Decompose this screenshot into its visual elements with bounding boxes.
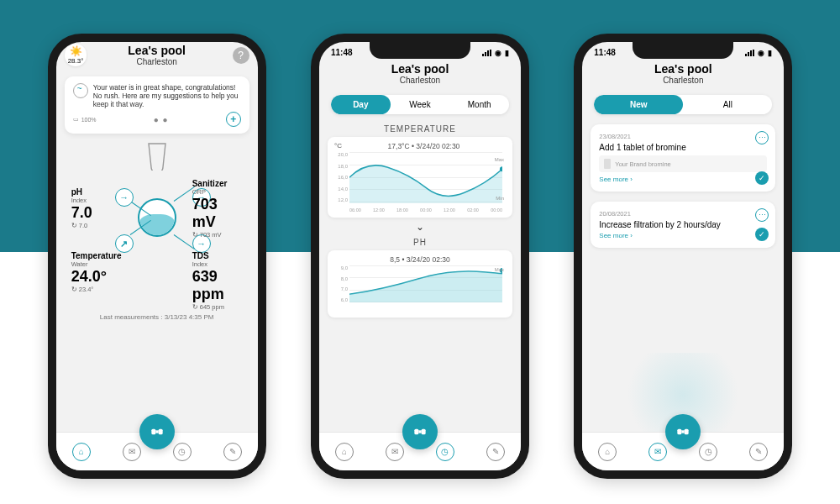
ph-value: 7.0: [71, 204, 92, 222]
task-title: Add 1 tablet of bromine: [599, 143, 767, 152]
svg-rect-7: [418, 430, 421, 433]
nav-gauge-icon[interactable]: ◷: [173, 443, 192, 461]
bottom-nav: ⌂ ✉ ◷ ✎: [56, 432, 258, 470]
add-button[interactable]: +: [226, 112, 241, 127]
nav-home-icon[interactable]: ⌂: [598, 443, 617, 461]
weather-chip[interactable]: ☀️ 28.3°: [65, 44, 87, 66]
status-time: 11:48: [594, 48, 616, 57]
temperature-section-title: TEMPERATURE: [319, 124, 521, 134]
segment-new[interactable]: New: [594, 95, 683, 114]
temperature-label: Temperature: [71, 251, 122, 260]
battery-status-icon: ▮: [768, 49, 772, 57]
ph-node-icon[interactable]: →: [115, 188, 134, 207]
svg-rect-1: [158, 429, 162, 435]
notch: [633, 42, 733, 59]
pool-name: Lea's pool: [391, 62, 449, 76]
task-card[interactable]: ⋯ 20/08/2021 Increase filtration by 2 ho…: [591, 202, 775, 248]
pool-name: Lea's pool: [654, 62, 712, 76]
svg-rect-9: [685, 429, 689, 435]
nav-home-icon[interactable]: ⌂: [335, 443, 354, 461]
battery-status-icon: ▮: [505, 49, 509, 57]
svg-rect-6: [422, 429, 426, 435]
ph-section-title: PH: [319, 238, 521, 247]
fab-device-button[interactable]: [139, 414, 175, 449]
metrics-radial: → → ↗ → pH Index 7.0 ↻ 7.0 Sanitizer ORP…: [65, 142, 249, 310]
task-date: 23/08/2021: [599, 133, 767, 140]
nav-chat-icon[interactable]: ✉: [123, 443, 141, 461]
ph-chart: 9,08,07,06,0 Max: [334, 265, 506, 312]
filter-segment: New All: [594, 95, 772, 114]
svg-rect-10: [682, 430, 685, 433]
tds-label: TDS: [192, 251, 249, 260]
city: Charleston: [654, 76, 712, 85]
water-level-icon: [138, 198, 176, 237]
wifi-icon: ◉: [758, 49, 764, 57]
segment-month[interactable]: Month: [449, 95, 509, 114]
see-more-link[interactable]: See more ›: [599, 176, 767, 183]
carousel-dots[interactable]: ● ●: [154, 115, 169, 124]
phone-dashboard: ☀️ 28.3° Lea's pool Charleston ? Your wa…: [48, 34, 266, 479]
city: Charleston: [128, 57, 186, 66]
pool-name: Lea's pool: [128, 44, 186, 57]
battery-indicator: ▭ 100%: [73, 116, 97, 123]
nav-chemistry-icon[interactable]: ✎: [223, 443, 242, 461]
fab-device-button[interactable]: [402, 414, 438, 449]
nav-chat-icon[interactable]: ✉: [386, 443, 404, 461]
nav-home-icon[interactable]: ⌂: [72, 443, 91, 461]
bottom-nav: ⌂ ✉ ◷ ✎: [582, 432, 784, 470]
svg-rect-2: [155, 430, 158, 433]
signal-icon: [745, 50, 754, 56]
nav-chemistry-icon[interactable]: ✎: [486, 443, 505, 461]
tip-card: Your water is in great shape, congratula…: [65, 76, 249, 134]
time-range-segment: Day Week Month: [331, 95, 509, 114]
temperature-value: 24.0°: [71, 268, 122, 286]
last-measurement: Last measurements : 3/13/23 4:35 PM: [56, 313, 258, 321]
fab-device-button[interactable]: [665, 414, 701, 449]
nav-chemistry-icon[interactable]: ✎: [749, 443, 768, 461]
nav-gauge-icon[interactable]: ◷: [436, 443, 454, 461]
bottle-icon: [604, 159, 611, 169]
header: ☀️ 28.3° Lea's pool Charleston ?: [56, 42, 258, 71]
signal-icon: [482, 50, 491, 56]
see-more-link[interactable]: See more ›: [599, 232, 767, 239]
nav-chat-icon[interactable]: ✉: [648, 443, 667, 461]
task-product: Your Brand bromine: [599, 155, 767, 172]
svg-rect-8: [678, 429, 682, 435]
sanitizer-label: Sanitizer: [192, 179, 243, 188]
svg-rect-5: [414, 429, 418, 435]
sun-icon: ☀️: [70, 45, 82, 57]
ph-label: pH: [71, 187, 92, 197]
tds-value: 639 ppm: [192, 268, 249, 303]
bottom-nav: ⌂ ✉ ◷ ✎: [319, 432, 521, 470]
temperature-chart-card[interactable]: °C 17,3°C • 3/24/20 02:30 20,018,016,014…: [328, 137, 512, 218]
phone-charts: 11:48 ◉ ▮ Lea's pool Charleston Day Week…: [311, 34, 529, 479]
svg-rect-0: [151, 429, 155, 435]
weather-temp: 28.3°: [68, 57, 84, 65]
chevron-down-icon[interactable]: ⌄: [319, 221, 521, 233]
wifi-icon: ◉: [495, 49, 501, 57]
sanitizer-value: 703 mV: [192, 196, 243, 231]
nav-gauge-icon[interactable]: ◷: [699, 443, 717, 461]
tip-text: Your water is in great shape, congratula…: [93, 83, 241, 108]
tip-device-icon: [73, 83, 88, 98]
status-time: 11:48: [331, 48, 353, 57]
phone-tasks: 11:48 ◉ ▮ Lea's pool Charleston New All …: [574, 34, 792, 479]
ph-chart-card[interactable]: 8,5 • 3/24/20 02:30 9,08,07,06,0 Max: [328, 250, 512, 318]
temperature-chart: 20,018,016,014,012,0 Max Min 06:0012:001…: [334, 152, 506, 213]
temperature-node-icon[interactable]: ↗: [115, 234, 134, 253]
task-card[interactable]: ⋯ 23/08/2021 Add 1 tablet of bromine You…: [591, 124, 775, 192]
task-title: Increase filtration by 2 hours/day: [599, 220, 767, 229]
segment-day[interactable]: Day: [331, 95, 391, 114]
device-cup-icon: [145, 142, 169, 171]
city: Charleston: [391, 76, 449, 85]
notch: [370, 42, 470, 59]
segment-week[interactable]: Week: [391, 95, 450, 114]
battery-icon: ▭: [73, 116, 79, 123]
task-date: 20/08/2021: [599, 210, 767, 218]
segment-all[interactable]: All: [683, 95, 772, 114]
help-button[interactable]: ?: [233, 47, 249, 64]
